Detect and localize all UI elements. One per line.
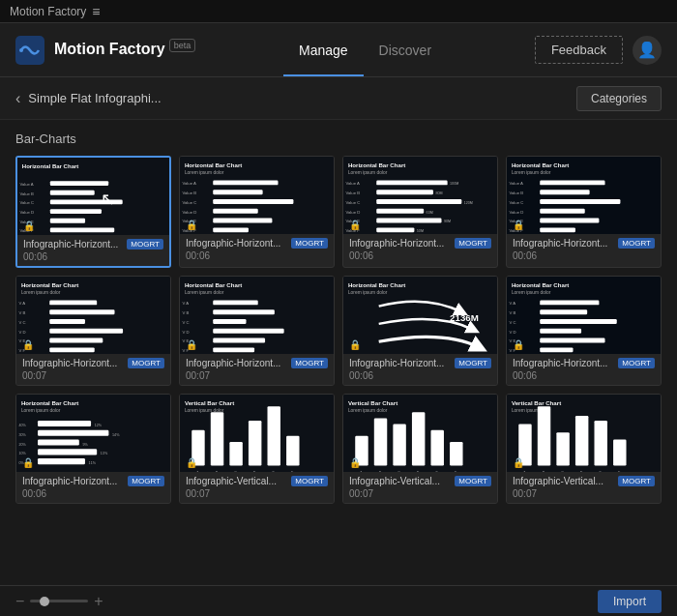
svg-text:Vertical Bar Chart: Vertical Bar Chart: [512, 399, 561, 406]
card-item[interactable]: Horizontal Bar Chart Lorem ipsum dolor V…: [506, 276, 662, 386]
svg-text:V B: V B: [18, 310, 25, 315]
svg-text:Value D: Value D: [509, 210, 523, 215]
svg-rect-162: [450, 442, 462, 465]
card-duration: 00:07: [22, 370, 164, 381]
svg-text:V A: V A: [18, 301, 25, 306]
svg-rect-81: [49, 347, 94, 352]
card-name: Infographic-Vertical...: [349, 476, 440, 486]
mogrt-badge: MOGRT: [455, 476, 491, 486]
card-name: Infographic-Horizont...: [349, 358, 444, 368]
mogrt-badge: MOGRT: [291, 476, 328, 486]
card-item[interactable]: Horizontal Bar Chart Lorem ipsum dolor 4…: [15, 394, 171, 504]
svg-text:9%: 9%: [82, 443, 88, 447]
zoom-handle[interactable]: [40, 597, 49, 606]
card-name: Infographic-Horizont...: [349, 238, 444, 249]
svg-text:D: D: [580, 471, 583, 472]
svg-text:40%: 40%: [18, 424, 26, 427]
svg-rect-175: [595, 421, 607, 465]
card-footer-top: Infographic-Horizont...MOGRT: [22, 476, 164, 486]
svg-rect-127: [38, 449, 97, 455]
card-name: Infographic-Horizont...: [186, 358, 280, 368]
svg-text:V C: V C: [509, 320, 515, 325]
title-bar-app-name: Motion Factory: [10, 5, 86, 18]
card-footer: Infographic-Horizont...MOGRT00:06: [507, 354, 661, 385]
svg-text:2136M: 2136M: [450, 312, 479, 323]
card-item[interactable]: Horizontal Bar Chart Lorem ipsum dolor 2…: [342, 276, 498, 386]
card-item[interactable]: Horizontal Bar Chart Lorem ipsum dolor V…: [506, 156, 662, 268]
svg-text:30%: 30%: [18, 433, 26, 437]
user-icon[interactable]: 👤: [633, 36, 662, 65]
svg-rect-66: [540, 227, 575, 232]
svg-rect-94: [213, 338, 265, 343]
svg-rect-7: [50, 191, 95, 195]
svg-text:Value C: Value C: [182, 200, 196, 205]
svg-rect-128: [38, 458, 85, 464]
card-item[interactable]: Vertical Bar Chart Lorem ipsum dolor ABC…: [179, 394, 335, 504]
svg-text:13%: 13%: [101, 452, 108, 455]
menu-icon[interactable]: ≡: [92, 4, 100, 19]
card-footer-top: Infographic-Horizont...MOGRT: [349, 358, 491, 368]
feedback-button[interactable]: Feedback: [535, 36, 623, 64]
svg-rect-90: [213, 319, 246, 324]
svg-text:Value C: Value C: [19, 200, 34, 205]
back-button[interactable]: ‹: [15, 90, 20, 107]
card-thumbnail: Horizontal Bar Chart Lorem ipsum dolor 4…: [16, 395, 170, 472]
svg-text:Value A: Value A: [509, 181, 523, 186]
svg-rect-141: [229, 442, 242, 465]
svg-rect-115: [540, 347, 573, 352]
svg-text:V D: V D: [509, 330, 515, 335]
svg-rect-109: [540, 319, 616, 324]
svg-text:Horizontal Bar Chart: Horizontal Bar Chart: [21, 399, 78, 406]
lock-icon: 🔒: [186, 339, 197, 350]
svg-text:Lorem ipsum dolor: Lorem ipsum dolor: [348, 170, 388, 175]
zoom-out-button[interactable]: −: [15, 593, 24, 610]
card-item[interactable]: Horizontal Bar Chart Lorem ipsum dolor V…: [179, 276, 335, 386]
svg-rect-24: [213, 199, 293, 204]
card-item[interactable]: Vertical Bar Chart Lorem ipsum dolor ABC…: [342, 394, 498, 504]
tab-discover[interactable]: Discover: [364, 23, 447, 76]
card-footer-top: Infographic-Horizont...MOGRT: [22, 358, 164, 368]
title-bar-left: Motion Factory ≡: [10, 4, 101, 19]
card-item[interactable]: Horizontal Bar Chart Lorem ipsum dolor V…: [15, 276, 171, 386]
svg-text:V C: V C: [18, 320, 25, 325]
mogrt-badge: MOGRT: [455, 238, 491, 249]
svg-rect-147: [286, 436, 299, 466]
svg-text:60M: 60M: [427, 211, 433, 215]
mogrt-badge: MOGRT: [618, 238, 655, 249]
nav-tabs: Manage Discover: [283, 23, 447, 76]
svg-text:V B: V B: [509, 310, 515, 315]
section-title: Bar-Charts: [15, 132, 662, 146]
mogrt-badge: MOGRT: [127, 239, 163, 249]
card-footer: Infographic-Horizont...MOGRT00:06: [16, 472, 170, 503]
svg-text:Lorem ipsum dolor: Lorem ipsum dolor: [348, 290, 388, 295]
card-item[interactable]: Vertical Bar Chart Lorem ipsum dolor ABC…: [506, 394, 662, 504]
card-thumbnail: Horizontal Bar Chart Value AValue BValue…: [17, 158, 169, 235]
card-name: Infographic-Horizont...: [22, 358, 117, 368]
svg-text:C: C: [234, 471, 237, 472]
svg-rect-44: [376, 209, 424, 214]
mogrt-badge: MOGRT: [291, 238, 328, 249]
zoom-slider[interactable]: [30, 600, 88, 602]
svg-text:20%: 20%: [18, 443, 26, 447]
svg-text:Vertical Bar Chart: Vertical Bar Chart: [348, 399, 397, 406]
svg-rect-96: [213, 347, 254, 352]
card-thumbnail: Vertical Bar Chart Lorem ipsum dolor ABC…: [180, 395, 334, 472]
card-item[interactable]: Horizontal Bar Chart Lorem ipsum dolor V…: [179, 156, 335, 268]
svg-text:V D: V D: [18, 330, 25, 335]
card-item[interactable]: Horizontal Bar Chart Value AValue BValue…: [15, 156, 171, 268]
svg-text:Vertical Bar Chart: Vertical Bar Chart: [185, 399, 234, 406]
lock-icon: 🔒: [186, 220, 197, 230]
svg-rect-113: [540, 338, 604, 343]
lock-icon: 🔒: [349, 339, 361, 350]
svg-rect-79: [49, 338, 103, 343]
svg-text:Value B: Value B: [509, 191, 523, 195]
import-button[interactable]: Import: [598, 590, 662, 613]
card-footer-top: Infographic-Horizont...MOGRT: [186, 238, 328, 249]
categories-button[interactable]: Categories: [576, 86, 662, 111]
tab-manage[interactable]: Manage: [283, 23, 364, 76]
zoom-in-button[interactable]: +: [94, 593, 103, 610]
card-name: Infographic-Horizont...: [22, 476, 117, 486]
card-footer: Infographic-Horizont...MOGRT00:06: [17, 235, 169, 266]
svg-text:10%: 10%: [18, 452, 26, 455]
card-item[interactable]: Horizontal Bar Chart Lorem ipsum dolor V…: [342, 156, 498, 268]
